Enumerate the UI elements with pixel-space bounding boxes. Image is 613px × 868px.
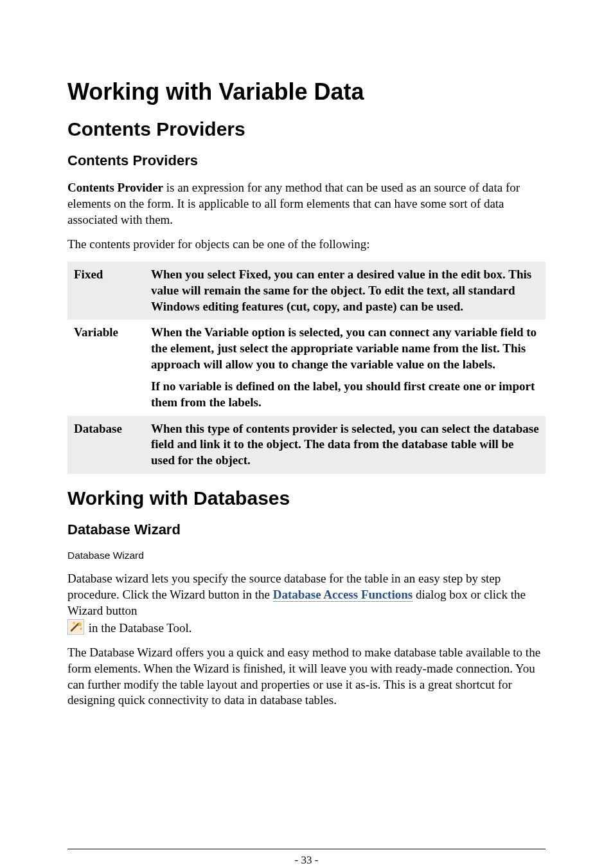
page-footer: - 33 - bbox=[0, 849, 613, 868]
intro-paragraph-2: The contents provider for objects can be… bbox=[67, 237, 546, 253]
desc-cell: When the Variable option is selected, yo… bbox=[145, 320, 546, 415]
subsection-contents-providers: Contents Providers bbox=[67, 152, 546, 170]
desc-cell: When you select Fixed, you can enter a d… bbox=[145, 262, 546, 320]
link-database-access-functions[interactable]: Database Access Functions bbox=[273, 588, 413, 602]
intro-paragraph: Contents Provider is an expression for a… bbox=[67, 180, 546, 228]
desc-cell: When this type of contents provider is s… bbox=[145, 416, 546, 474]
page: Working with Variable Data Contents Prov… bbox=[0, 0, 613, 849]
subhead-database-wizard: Database Wizard bbox=[67, 549, 546, 562]
desc-paragraph: If no variable is defined on the label, … bbox=[151, 379, 539, 410]
svg-point-2 bbox=[73, 622, 75, 623]
desc-paragraph: When this type of contents provider is s… bbox=[151, 421, 539, 469]
subsection-database-wizard: Database Wizard bbox=[67, 521, 546, 539]
table-row: Fixed When you select Fixed, you can ent… bbox=[67, 262, 546, 320]
contents-provider-table: Fixed When you select Fixed, you can ent… bbox=[67, 262, 546, 474]
footer-rule bbox=[67, 849, 546, 849]
db-paragraph-1: Database wizard lets you specify the sou… bbox=[67, 571, 546, 636]
wizard-icon bbox=[67, 619, 84, 635]
term-cell: Database bbox=[67, 416, 145, 474]
intro-lead-term: Contents Provider bbox=[67, 181, 163, 194]
term-cell: Fixed bbox=[67, 262, 145, 320]
section-contents-providers: Contents Providers bbox=[67, 116, 546, 141]
svg-line-0 bbox=[71, 624, 78, 631]
table-row: Database When this type of contents prov… bbox=[67, 416, 546, 474]
db-paragraph-2: The Database Wizard offers you a quick a… bbox=[67, 645, 546, 709]
db-p1-c: in the Database Tool. bbox=[85, 621, 192, 635]
desc-paragraph: When the Variable option is selected, yo… bbox=[151, 325, 539, 372]
desc-paragraph: When you select Fixed, you can enter a d… bbox=[151, 267, 539, 314]
table-row: Variable When the Variable option is sel… bbox=[67, 320, 546, 415]
page-number: - 33 - bbox=[67, 853, 546, 867]
svg-point-3 bbox=[80, 628, 82, 629]
term-cell: Variable bbox=[67, 320, 145, 415]
section-working-with-databases: Working with Databases bbox=[67, 485, 546, 511]
chapter-title: Working with Variable Data bbox=[67, 77, 546, 107]
